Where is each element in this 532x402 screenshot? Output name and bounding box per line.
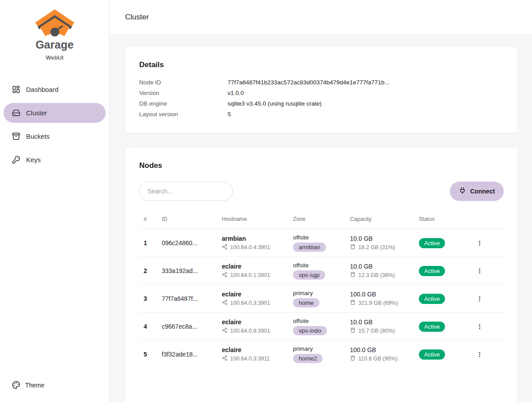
node-usage: 110.6 GB (95%) — [358, 356, 398, 362]
node-address-line: 100.64.0.3:3901 — [222, 300, 286, 307]
detail-row: Node ID77f7a6487f41b233ac572ac83d00374b4… — [139, 77, 504, 88]
node-usage-line: 18.2 GB (31%) — [350, 244, 412, 251]
details-title: Details — [139, 60, 504, 70]
sidebar-item-dashboard[interactable]: Dashboard — [4, 80, 106, 99]
node-address: 100.64.0.1:3901 — [230, 272, 270, 278]
node-address: 100.64.0.4:3901 — [230, 244, 270, 250]
node-address: 100.64.0.8:3901 — [230, 328, 270, 334]
brand-title: Garage — [4, 39, 106, 51]
zone-tag-badge: vps-sgp — [293, 270, 325, 280]
detail-value: sqlite3 v3.45.0 (using rusqlite crate) — [228, 99, 322, 109]
detail-value: v1.0.0 — [228, 88, 244, 99]
node-usage-line: 15.7 GB (80%) — [350, 327, 412, 334]
connect-button-label: Connect — [470, 188, 495, 195]
kebab-menu-icon — [476, 322, 483, 331]
column-header: Status — [415, 212, 470, 229]
node-zone: offsite — [293, 234, 343, 241]
detail-label: Layout version — [139, 109, 228, 120]
node-zone: offsite — [293, 318, 343, 324]
search-input[interactable] — [139, 182, 233, 201]
row-menu-button[interactable] — [475, 237, 485, 249]
node-capacity: 100.0 GB — [350, 346, 412, 353]
column-header: Hostname — [218, 212, 289, 229]
row-menu-button[interactable] — [475, 321, 485, 333]
column-header: Capacity — [346, 212, 415, 229]
node-number: 1 — [144, 239, 147, 247]
column-header-actions — [470, 212, 504, 229]
node-id: 333a192ad... — [162, 267, 198, 274]
row-menu-button[interactable] — [475, 265, 485, 277]
palette-icon — [12, 381, 20, 389]
storage-icon — [350, 300, 356, 307]
table-row: 1 096c24860... armbian 100.64.0.4:3901 o… — [139, 229, 504, 257]
share-nodes-icon — [222, 355, 228, 362]
column-header: # — [139, 212, 158, 229]
theme-button[interactable]: Theme — [4, 376, 106, 394]
sidebar-item-label: Buckets — [26, 133, 49, 140]
kebab-menu-icon — [476, 295, 483, 303]
kebab-menu-icon — [476, 350, 483, 359]
node-address: 100.64.0.3:3901 — [230, 300, 270, 306]
share-nodes-icon — [222, 300, 228, 307]
sidebar-item-label: Keys — [26, 156, 41, 163]
zone-tag-badge: home — [293, 298, 319, 307]
node-zone: offsite — [293, 262, 343, 269]
sidebar-item-label: Cluster — [26, 109, 47, 117]
zone-tag-badge: vps-indo — [293, 326, 327, 335]
nodes-table: #IDHostnameZoneCapacityStatus 1 096c2486… — [139, 212, 504, 368]
main-area: Cluster Details Node ID77f7a6487f41b233a… — [110, 0, 532, 402]
share-nodes-icon — [222, 327, 228, 334]
row-menu-button[interactable] — [475, 349, 485, 360]
bucket-icon — [12, 132, 20, 140]
storage-icon — [350, 244, 356, 251]
node-usage-line: 110.6 GB (95%) — [350, 355, 412, 362]
kebab-menu-icon — [476, 267, 483, 275]
node-usage: 321.9 GB (69%) — [358, 300, 398, 306]
detail-value: 5 — [228, 109, 231, 120]
table-body: 1 096c24860... armbian 100.64.0.4:3901 o… — [139, 229, 504, 368]
node-id: f3f32ade18... — [162, 351, 198, 358]
nodes-title: Nodes — [139, 160, 504, 171]
status-badge: Active — [419, 294, 445, 304]
node-address-line: 100.64.0.8:3901 — [222, 327, 286, 334]
column-header: ID — [158, 212, 218, 229]
zone-tag-badge: home2 — [293, 354, 323, 363]
node-capacity: 100.0 GB — [350, 291, 412, 298]
node-usage-line: 12.3 GB (38%) — [350, 272, 412, 279]
node-address: 100.64.0.3:3911 — [230, 356, 270, 362]
node-address-line: 100.64.0.4:3901 — [222, 244, 286, 251]
table-header-row: #IDHostnameZoneCapacityStatus — [139, 212, 504, 229]
status-badge: Active — [419, 238, 445, 248]
node-number: 2 — [144, 267, 147, 274]
status-badge: Active — [419, 349, 445, 360]
detail-label: DB engine — [139, 99, 228, 109]
sidebar: Garage WebUI DashboardClusterBucketsKeys… — [0, 0, 110, 402]
plug-icon — [459, 187, 466, 196]
node-number: 3 — [144, 295, 147, 302]
column-header: Zone — [289, 212, 346, 229]
table-row: 4 c9667ec8a... eclaire 100.64.0.8:3901 o… — [139, 313, 504, 341]
share-nodes-icon — [222, 272, 228, 279]
node-number: 4 — [144, 323, 147, 330]
page-title: Cluster — [125, 13, 149, 22]
node-hostname: eclaire — [222, 346, 286, 353]
sidebar-item-cluster[interactable]: Cluster — [4, 103, 106, 123]
hard-drive-icon — [12, 109, 20, 117]
connect-button[interactable]: Connect — [450, 182, 504, 201]
node-address-line: 100.64.0.3:3911 — [222, 355, 286, 362]
sidebar-nav: DashboardClusterBucketsKeys — [4, 80, 106, 170]
detail-label: Version — [139, 88, 228, 99]
detail-value: 77f7a6487f41b233ac572ac83d00374b479d4e1e… — [228, 77, 389, 88]
sidebar-item-keys[interactable]: Keys — [4, 150, 106, 170]
sidebar-item-buckets[interactable]: Buckets — [4, 126, 106, 146]
node-zone: primary — [293, 345, 343, 352]
storage-icon — [350, 272, 356, 279]
node-hostname: eclaire — [222, 291, 286, 298]
node-address-line: 100.64.0.1:3901 — [222, 272, 286, 279]
zone-tag-badge: armbian — [293, 243, 326, 252]
details-rows: Node ID77f7a6487f41b233ac572ac83d00374b4… — [139, 77, 504, 120]
row-menu-button[interactable] — [475, 293, 485, 305]
details-card: Details Node ID77f7a6487f41b233ac572ac83… — [125, 46, 518, 133]
node-id: c9667ec8a... — [162, 323, 197, 330]
brand: Garage WebUI — [4, 7, 106, 61]
